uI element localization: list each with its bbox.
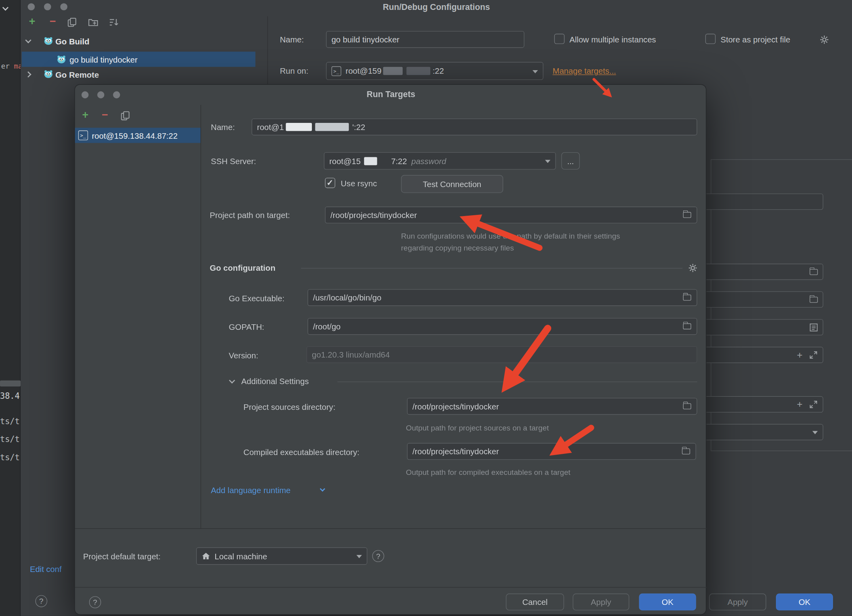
tree-item-selected-label: go build tinydocker [70,55,138,64]
background-field-folder[interactable] [704,264,823,280]
run-targets-dialog: Run Targets + − >_ root@159.138.44.87:22… [75,84,707,615]
panel-divider [267,16,268,84]
add-target-button[interactable]: + [79,109,91,121]
tree-collapse-chevron-icon[interactable] [25,71,32,78]
compiled-executables-directory-input[interactable]: /root/projects/tinydocker [407,443,696,460]
editor-text-fragment: ts/t [0,416,20,426]
folder-icon[interactable] [682,448,690,454]
redacted-text [286,123,312,131]
tree-item-go-build[interactable]: Go Build [55,37,90,46]
background-field-editable[interactable]: + [704,396,823,413]
go-gopher-icon [57,54,67,64]
manage-targets-link[interactable]: Manage targets... [553,66,616,75]
allow-multiple-instances-label: Allow multiple instances [569,35,656,44]
version-field: go1.20.3 linux/amd64 [306,346,697,363]
compiled-executables-directory-help: Output path for compiled executables on … [406,468,570,477]
terminal-icon: >_ [331,66,341,76]
sort-alphabetically-icon[interactable] [107,16,119,28]
edit-configuration-templates-link[interactable]: Edit conf [30,564,61,573]
gopath-label: GOPATH: [229,322,264,331]
project-sources-directory-input[interactable]: /root/projects/tinydocker [407,398,697,415]
background-field[interactable] [704,193,823,210]
store-as-project-file-checkbox[interactable] [705,34,716,44]
section-rule [338,382,697,382]
apply-button[interactable]: Apply [573,593,629,610]
help-button[interactable]: ? [35,595,47,607]
editor-text-fragment: er ma [1,62,23,70]
name-input[interactable]: go build tinydocker [326,31,524,48]
remove-configuration-button[interactable]: − [47,15,59,27]
dropdown-caret-icon [545,160,550,163]
plus-icon[interactable]: + [797,349,802,361]
ssh-browse-button[interactable]: ... [561,152,580,170]
folder-icon[interactable] [683,295,692,300]
folder-icon[interactable] [683,212,692,218]
list-panel-divider [201,105,201,529]
background-field-editable[interactable]: + [704,347,823,363]
add-language-runtime-link[interactable]: Add language runtime [211,485,290,494]
dropdown-caret-icon [812,431,818,434]
version-label: Version: [229,350,258,360]
plus-icon[interactable]: + [797,399,802,410]
editor-text-fragment: 38.4 [0,391,20,401]
tree-item-go-remote[interactable]: Go Remote [55,70,99,79]
project-default-target-dropdown[interactable]: Local machine [196,547,367,565]
background-field-list[interactable] [704,319,823,335]
tree-item-selected[interactable]: go build tinydocker [22,52,256,67]
target-list-item[interactable]: >_ root@159.138.44.87:22 [75,128,201,143]
folder-icon[interactable] [683,323,692,329]
additional-settings-chevron-icon[interactable] [229,377,235,384]
gear-icon[interactable] [820,35,829,46]
folder-icon[interactable] [683,403,692,409]
ssh-server-label: SSH Server: [211,157,256,166]
use-rsync-checkbox[interactable] [325,178,335,188]
editor-text-fragment: ts/t [0,453,20,463]
go-configuration-header: Go configuration [210,263,275,272]
scrollbar-thumb[interactable] [0,381,21,386]
ok-button[interactable]: OK [776,593,833,610]
allow-multiple-instances-checkbox[interactable] [554,34,565,44]
copy-target-icon[interactable] [120,110,132,122]
target-name-label: Name: [211,122,235,132]
expand-icon[interactable] [809,350,818,359]
go-executable-input[interactable]: /usr/local/go/bin/go [308,289,697,306]
default-target-help-icon[interactable]: ? [372,550,384,562]
project-path-help-line2: regarding copying necessary files [401,243,514,252]
gopath-input[interactable]: /root/go [308,318,697,335]
dialog-help-button[interactable]: ? [89,596,101,608]
target-list-item-label: root@159.138.44.87:22 [92,131,178,140]
ssh-server-dropdown[interactable]: root@15 7:22 password [324,152,556,170]
background-dropdown[interactable] [704,424,823,440]
additional-settings-header[interactable]: Additional Settings [241,377,309,386]
editor-strip [0,0,21,616]
apply-button[interactable]: Apply [709,593,766,610]
test-connection-button[interactable]: Test Connection [401,175,503,193]
store-as-project-file-label: Store as project file [720,35,790,44]
list-icon [810,323,818,331]
background-field-folder[interactable] [704,291,823,308]
project-path-input[interactable]: /root/projects/tinydocker [325,207,697,224]
new-folder-icon[interactable] [87,16,99,28]
ssh-auth-type: password [411,156,446,165]
target-name-input[interactable]: root@1 ':22 [252,119,697,136]
gear-icon[interactable] [688,263,698,275]
redacted-text [364,157,377,165]
folder-icon[interactable] [810,269,818,275]
dialog-divider [75,528,707,529]
ok-button[interactable]: OK [639,593,696,610]
home-icon [202,552,210,560]
use-rsync-label: Use rsync [341,179,377,188]
remove-target-button[interactable]: − [99,109,111,121]
go-executable-label: Go Executable: [229,293,285,302]
redacted-text [407,67,430,75]
cancel-button[interactable]: Cancel [506,593,564,610]
copy-configuration-icon[interactable] [66,16,78,28]
folder-icon[interactable] [810,297,818,302]
run-on-dropdown[interactable]: >_ root@159 :22 [326,62,543,80]
tree-expand-chevron-icon[interactable] [25,37,32,44]
expand-icon[interactable] [809,400,818,409]
project-path-help-line1: Run configurations would use this path b… [401,231,620,240]
section-rule [301,268,683,268]
add-language-runtime-chevron-icon[interactable] [320,486,325,492]
add-configuration-button[interactable]: + [26,15,38,27]
